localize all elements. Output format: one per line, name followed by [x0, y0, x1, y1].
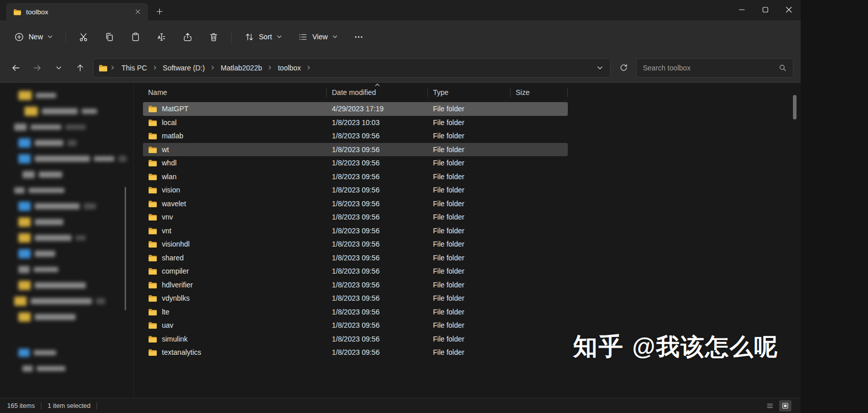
column-header-name[interactable]: Name [143, 83, 327, 102]
tab-close-icon[interactable] [132, 6, 144, 18]
breadcrumb-item[interactable]: Software (D:) [159, 61, 209, 75]
file-row[interactable]: vision1/8/2023 09:56File folder [143, 183, 568, 197]
date-modified: 1/8/2023 09:56 [327, 321, 428, 329]
status-bar: 165 items 1 item selected [0, 398, 801, 413]
breadcrumb: This PCSoftware (D:)Matlab2022btoolbox [117, 61, 311, 75]
search-box[interactable]: Search toolbox [636, 58, 793, 78]
breadcrumb-item[interactable]: toolbox [274, 61, 305, 75]
divider [231, 31, 232, 43]
new-tab-button[interactable] [151, 3, 167, 19]
new-button[interactable]: New [8, 27, 59, 46]
scrollbar-thumb[interactable] [793, 95, 797, 119]
redacted-block [18, 266, 30, 273]
date-modified: 1/8/2023 09:56 [327, 200, 428, 208]
details-view-button[interactable] [764, 400, 776, 411]
date-modified: 1/8/2023 09:56 [327, 294, 428, 302]
redacted-block [18, 249, 31, 258]
file-name: vnt [162, 227, 172, 235]
chevron-down-icon[interactable] [595, 65, 605, 71]
folder-icon [148, 322, 157, 329]
new-button-label: New [29, 33, 43, 41]
file-row[interactable]: shared1/8/2023 09:56File folder [143, 251, 568, 265]
file-row[interactable]: matlab1/8/2023 09:56File folder [143, 129, 568, 143]
file-row[interactable]: wavelet1/8/2023 09:56File folder [143, 197, 568, 211]
sort-button[interactable]: Sort [238, 27, 288, 46]
file-row[interactable]: uav1/8/2023 09:56File folder [143, 319, 568, 332]
breadcrumb-item[interactable]: Matlab2022b [216, 61, 266, 75]
forward-button[interactable] [29, 59, 46, 77]
column-header-type[interactable]: Type [428, 83, 511, 102]
share-icon [183, 32, 192, 42]
redacted-block [35, 251, 55, 257]
file-row[interactable]: wt1/8/2023 09:56File folder [143, 143, 568, 157]
minimize-button[interactable] [730, 0, 754, 19]
close-button[interactable] [777, 0, 801, 19]
file-name: uav [162, 321, 174, 329]
breadcrumb-item[interactable]: This PC [117, 61, 151, 75]
date-modified: 1/8/2023 09:56 [327, 132, 428, 140]
delete-button[interactable] [203, 27, 225, 46]
file-row[interactable]: visionhdl1/8/2023 09:56File folder [143, 237, 568, 251]
divider [41, 402, 41, 409]
view-button-label: View [312, 33, 328, 41]
file-row[interactable]: textanalytics1/8/2023 09:56File folder [143, 346, 568, 359]
copy-button[interactable] [99, 27, 120, 46]
ellipsis-icon [354, 32, 364, 42]
file-row[interactable]: local1/8/2023 10:03File folder [143, 116, 568, 130]
view-toggle-group [764, 400, 791, 411]
file-row[interactable]: hdlverifier1/8/2023 09:56File folder [143, 278, 568, 292]
paste-button[interactable] [125, 27, 147, 46]
file-row[interactable]: lte1/8/2023 09:56File folder [143, 305, 568, 319]
file-row[interactable]: simulink1/8/2023 09:56File folder [143, 332, 568, 346]
sidebar-item-redacted [22, 364, 133, 373]
file-list: MatGPT4/29/2023 17:19File folderlocal1/8… [143, 102, 801, 359]
column-header-size[interactable]: Size [511, 83, 568, 102]
scrollbar[interactable] [793, 89, 797, 392]
date-modified: 1/8/2023 09:56 [327, 213, 428, 221]
column-header-date-modified[interactable]: Date modified [327, 83, 428, 102]
file-type: File folder [428, 132, 511, 140]
sidebar-item-redacted [18, 348, 133, 357]
large-icons-view-button[interactable] [779, 400, 791, 411]
redacted-block [18, 217, 31, 227]
maximize-button[interactable] [754, 0, 777, 19]
folder-icon [148, 119, 157, 126]
recent-locations-button[interactable] [50, 59, 67, 77]
folder-icon [148, 146, 157, 153]
rename-icon [157, 32, 166, 42]
rename-button[interactable] [151, 27, 173, 46]
redacted-block [35, 203, 80, 209]
more-options-button[interactable] [348, 27, 370, 46]
view-button[interactable]: View [292, 27, 344, 46]
refresh-button[interactable] [615, 59, 632, 77]
file-row[interactable]: vnv1/8/2023 09:56File folder [143, 210, 568, 224]
sort-ascending-icon [375, 83, 380, 87]
chevron-right-icon [110, 65, 115, 70]
file-row[interactable]: vdynblks1/8/2023 09:56File folder [143, 291, 568, 305]
divider [65, 31, 66, 43]
redacted-block [35, 314, 76, 320]
tab-toolbox[interactable]: toolbox [6, 3, 148, 20]
search-input[interactable]: Search toolbox [643, 64, 690, 72]
up-button[interactable] [71, 59, 89, 77]
date-modified: 1/8/2023 10:03 [327, 118, 428, 127]
file-row[interactable]: vnt1/8/2023 09:56File folder [143, 224, 568, 238]
file-type: File folder [428, 173, 511, 181]
redacted-block [37, 366, 65, 371]
share-button[interactable] [177, 27, 199, 46]
sidebar-item-redacted [18, 202, 133, 211]
redacted-block [65, 125, 86, 130]
file-row[interactable]: wlan1/8/2023 09:56File folder [143, 170, 568, 184]
sidebar-item-redacted [18, 91, 133, 100]
file-name: simulink [162, 335, 188, 343]
back-button[interactable] [7, 59, 25, 77]
cut-button[interactable] [73, 27, 94, 46]
redacted-block [39, 172, 62, 178]
address-bar[interactable]: This PCSoftware (D:)Matlab2022btoolbox [93, 58, 611, 78]
redacted-block [18, 202, 31, 211]
sidebar-scrollbar[interactable] [125, 187, 126, 310]
file-row[interactable]: whdl1/8/2023 09:56File folder [143, 156, 568, 170]
plus-circle-icon [14, 32, 24, 42]
file-row[interactable]: compiler1/8/2023 09:56File folder [143, 264, 568, 278]
file-row[interactable]: MatGPT4/29/2023 17:19File folder [143, 102, 568, 116]
